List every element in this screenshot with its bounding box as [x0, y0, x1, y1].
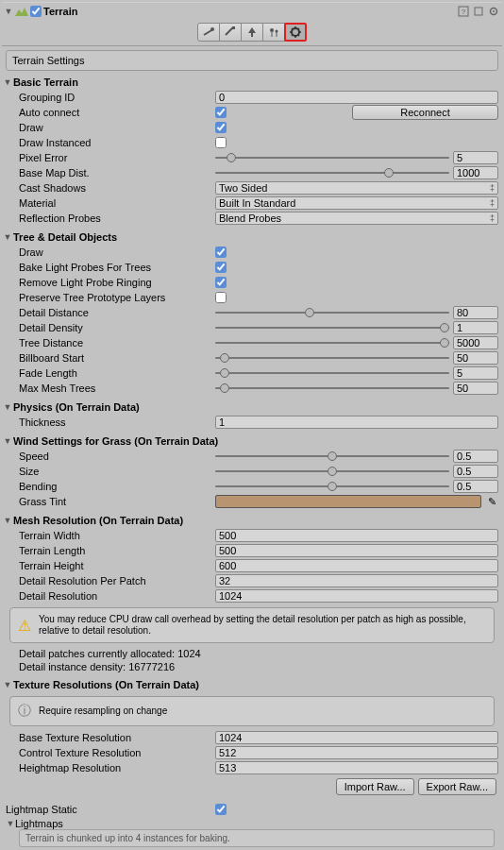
terrain-title: Terrain	[42, 6, 455, 17]
terrain-height-input[interactable]	[215, 559, 498, 572]
draw-label: Draw	[19, 122, 215, 133]
preset-icon[interactable]	[472, 5, 485, 18]
fade-length-slider[interactable]	[215, 367, 449, 379]
wind-size-value[interactable]: 0.5	[453, 465, 498, 478]
reconnect-button[interactable]: Reconnect	[352, 105, 498, 120]
lightmap-static-checkbox[interactable]	[215, 804, 227, 815]
detail-res-patch-input[interactable]	[215, 574, 498, 587]
billboard-start-slider[interactable]	[215, 352, 449, 364]
fade-length-value[interactable]: 5	[453, 366, 498, 380]
detail-distance-value[interactable]: 80	[453, 306, 498, 319]
import-raw-button[interactable]: Import Raw...	[336, 778, 414, 795]
cast-shadows-dropdown[interactable]: Two Sided	[215, 181, 498, 195]
detail-res-input[interactable]	[215, 589, 498, 603]
preserve-proto-checkbox[interactable]	[215, 292, 227, 303]
gear-icon[interactable]	[487, 5, 500, 18]
wind-bending-label: Bending	[19, 481, 215, 492]
tree-detail-header[interactable]: ▼ Tree & Detail Objects	[2, 230, 502, 245]
export-raw-button[interactable]: Export Raw...	[418, 778, 496, 795]
draw-instanced-checkbox[interactable]	[215, 137, 227, 148]
tree-draw-checkbox[interactable]	[215, 246, 227, 258]
thickness-input[interactable]	[215, 416, 498, 429]
heightmap-res-label: Heightmap Resolution	[19, 762, 215, 774]
draw-checkbox[interactable]	[215, 122, 227, 133]
wind-bending-value[interactable]: 0.5	[453, 480, 498, 493]
base-map-dist-value[interactable]: 1000	[453, 166, 498, 179]
fold-icon: ▼	[2, 232, 13, 242]
base-tex-res-input[interactable]	[215, 731, 498, 744]
toolbar-paint-height[interactable]	[219, 23, 242, 42]
toolbar-paint-tree[interactable]	[241, 23, 263, 42]
tex-res-header[interactable]: ▼ Texture Resolutions (On Terrain Data)	[2, 677, 502, 692]
svg-rect-2	[475, 8, 482, 15]
terrain-enable-checkbox[interactable]	[30, 6, 42, 17]
toolbar-paint-detail[interactable]	[262, 23, 285, 42]
resample-hint-text: Require resampling on change	[39, 706, 486, 717]
svg-rect-7	[251, 33, 253, 37]
section-title: Wind Settings for Grass (On Terrain Data…	[13, 435, 218, 447]
billboard-start-label: Billboard Start	[19, 352, 215, 364]
toolbar-settings[interactable]	[284, 23, 307, 42]
lightmaps-title: Lightmaps	[15, 818, 63, 829]
section-title: Tree & Detail Objects	[13, 231, 117, 243]
detail-density-slider[interactable]	[215, 322, 449, 333]
svg-text:?: ?	[462, 8, 466, 16]
wind-speed-value[interactable]: 0.5	[453, 450, 498, 463]
max-mesh-trees-slider[interactable]	[215, 382, 449, 394]
control-tex-res-input[interactable]	[215, 746, 498, 759]
physics-header[interactable]: ▼ Physics (On Terrain Data)	[2, 400, 502, 415]
fade-length-label: Fade Length	[19, 367, 215, 379]
wind-speed-label: Speed	[19, 450, 215, 462]
wind-size-slider[interactable]	[215, 466, 449, 477]
tree-distance-label: Tree Distance	[19, 337, 215, 348]
reflection-probes-dropdown[interactable]: Blend Probes	[215, 212, 498, 225]
terrain-component-header: ▼ Terrain ?	[2, 2, 502, 19]
terrain-width-input[interactable]	[215, 529, 498, 542]
pixel-error-value[interactable]: 5	[453, 151, 498, 164]
lightmaps-header[interactable]: ▼ Lightmaps	[2, 817, 502, 829]
grass-tint-color[interactable]	[215, 495, 481, 508]
tree-distance-slider[interactable]	[215, 337, 449, 348]
base-map-dist-label: Base Map Dist.	[19, 167, 215, 178]
detail-density-value[interactable]: 1	[453, 321, 498, 334]
fold-icon[interactable]: ▼	[4, 7, 13, 16]
fold-icon: ▼	[6, 819, 15, 828]
fold-icon: ▼	[2, 402, 13, 412]
base-map-dist-slider[interactable]	[215, 167, 449, 178]
detail-density-label: Detail Density	[19, 322, 215, 333]
max-mesh-trees-value[interactable]: 50	[453, 382, 498, 395]
detail-patches-text: Detail patches currently allocated: 1024	[2, 647, 502, 660]
basic-terrain-header[interactable]: ▼ Basic Terrain	[2, 75, 502, 90]
billboard-start-value[interactable]: 50	[453, 351, 498, 365]
wind-bending-slider[interactable]	[215, 481, 449, 492]
remove-ringing-checkbox[interactable]	[215, 277, 227, 288]
draw-instanced-label: Draw Instanced	[19, 137, 215, 148]
cast-shadows-label: Cast Shadows	[19, 182, 215, 194]
terrain-width-label: Terrain Width	[19, 530, 215, 541]
svg-point-10	[292, 28, 299, 36]
grouping-id-label: Grouping ID	[19, 92, 215, 103]
tree-distance-value[interactable]: 5000	[453, 336, 498, 349]
help-icon[interactable]: ?	[457, 5, 470, 18]
terrain-length-input[interactable]	[215, 544, 498, 557]
fold-icon: ▼	[2, 516, 13, 525]
eyedropper-icon[interactable]: ✎	[485, 496, 498, 508]
bake-light-checkbox[interactable]	[215, 262, 227, 273]
toolbar-raise-lower[interactable]	[197, 23, 220, 42]
mesh-res-header[interactable]: ▼ Mesh Resolution (On Terrain Data)	[2, 513, 502, 528]
heightmap-res-input[interactable]	[215, 761, 498, 774]
terrain-icon	[15, 5, 28, 18]
detail-res-patch-label: Detail Resolution Per Patch	[19, 575, 215, 586]
base-tex-res-label: Base Texture Resolution	[19, 732, 215, 743]
section-title: Basic Terrain	[13, 76, 78, 88]
lightmap-chunk-hint: Terrain is chunked up into 4 instances f…	[19, 829, 495, 847]
auto-connect-checkbox[interactable]	[215, 107, 227, 118]
wind-speed-slider[interactable]	[215, 450, 449, 462]
detail-distance-slider[interactable]	[215, 307, 449, 318]
fold-icon: ▼	[2, 436, 13, 446]
terrain-length-label: Terrain Length	[19, 545, 215, 556]
material-dropdown[interactable]: Built In Standard	[215, 196, 498, 210]
pixel-error-slider[interactable]	[215, 152, 449, 163]
grouping-id-input[interactable]	[215, 91, 498, 104]
wind-header[interactable]: ▼ Wind Settings for Grass (On Terrain Da…	[2, 434, 502, 449]
